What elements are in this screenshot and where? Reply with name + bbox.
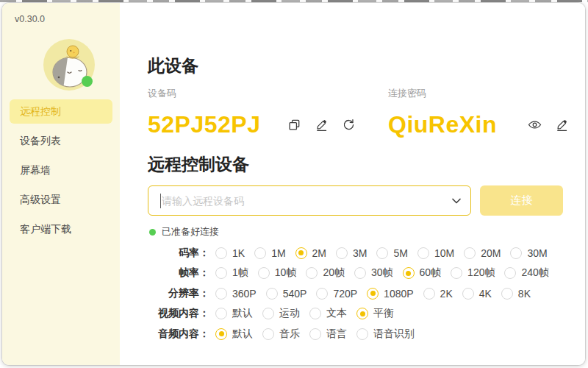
radio-option[interactable]: 2K	[423, 288, 453, 300]
radio-option[interactable]: 1M	[254, 247, 285, 259]
radio-option[interactable]: 540P	[266, 288, 307, 300]
radio-option[interactable]: 默认	[215, 328, 253, 341]
radio-option[interactable]: 1080P	[367, 288, 413, 300]
edit-icon[interactable]	[312, 115, 331, 134]
ready-status-text: 已准备好连接	[162, 225, 219, 238]
radio-option-label: 1080P	[384, 288, 413, 300]
radio-option[interactable]: 60帧	[403, 266, 442, 280]
radio-icon[interactable]	[336, 247, 348, 259]
radio-icon[interactable]	[504, 267, 516, 279]
radio-option[interactable]: 360P	[215, 288, 257, 300]
radio-icon[interactable]	[262, 308, 274, 319]
radio-option[interactable]: 5M	[376, 247, 407, 259]
radio-selected-icon[interactable]	[403, 267, 415, 279]
remote-device-input[interactable]	[148, 186, 470, 215]
radio-icon[interactable]	[215, 288, 227, 300]
refresh-icon[interactable]	[339, 115, 358, 134]
desktop-edge-behind-window	[0, 0, 588, 2]
radio-option-label: 1帧	[232, 266, 248, 280]
sidebar-item[interactable]: 设备列表	[10, 129, 112, 153]
app-window: v0.30.0	[2, 3, 585, 365]
settings-row-label: 帧率：	[148, 266, 209, 280]
radio-icon[interactable]	[423, 288, 435, 300]
radio-icon[interactable]	[266, 288, 278, 300]
radio-icon[interactable]	[262, 328, 274, 340]
radio-option[interactable]: 默认	[215, 307, 253, 320]
radio-option[interactable]: 1帧	[215, 266, 248, 280]
sidebar-item-active[interactable]: 远程控制	[10, 99, 112, 124]
settings-row: 帧率：1帧10帧20帧30帧60帧120帧240帧	[148, 263, 559, 284]
settings-rows: 码率：1K1M2M3M5M10M20M30M帧率：1帧10帧20帧30帧60帧1…	[148, 243, 559, 344]
radio-option-label: 10帧	[275, 266, 297, 280]
radio-option[interactable]: 20帧	[306, 266, 345, 280]
radio-option-label: 20M	[481, 247, 501, 259]
radio-icon[interactable]	[451, 267, 462, 279]
radio-option-label: 8K	[518, 288, 531, 300]
avatar[interactable]	[43, 39, 95, 91]
radio-option-label: 2M	[312, 247, 326, 259]
radio-option-label: 2K	[440, 288, 453, 300]
radio-option[interactable]: 平衡	[356, 307, 394, 320]
radio-icon[interactable]	[501, 288, 513, 300]
radio-option[interactable]: 8K	[501, 288, 531, 300]
radio-option[interactable]: 3M	[336, 247, 367, 259]
radio-option[interactable]: 10M	[417, 247, 454, 259]
connection-status: 已准备好连接	[149, 225, 219, 238]
radio-option[interactable]: 语言	[309, 328, 347, 341]
radio-icon[interactable]	[215, 267, 227, 279]
radio-option[interactable]: 20M	[464, 247, 501, 259]
radio-option[interactable]: 30M	[510, 247, 547, 259]
radio-selected-icon[interactable]	[295, 247, 307, 259]
radio-option[interactable]: 240帧	[504, 266, 548, 280]
radio-option[interactable]: 30帧	[354, 266, 393, 280]
radio-option[interactable]: 10帧	[258, 266, 297, 280]
radio-icon[interactable]	[316, 288, 328, 300]
edit-icon[interactable]	[552, 115, 571, 134]
settings-row-label: 音频内容：	[148, 328, 209, 341]
radio-selected-icon[interactable]	[367, 288, 379, 300]
copy-icon[interactable]	[284, 115, 304, 134]
chevron-down-icon[interactable]	[451, 195, 462, 207]
sidebar-item[interactable]: 屏幕墙	[10, 158, 112, 183]
radio-option-label: 30M	[527, 247, 547, 259]
radio-option[interactable]: 语音识别	[356, 328, 415, 341]
sidebar-item[interactable]: 高级设置	[10, 188, 112, 212]
radio-option-label: 540P	[283, 288, 307, 300]
device-code-row: 52PJ52PJ	[148, 109, 366, 140]
radio-icon[interactable]	[309, 328, 321, 340]
radio-option-label: 5M	[393, 247, 407, 259]
radio-option-label: 20帧	[323, 266, 345, 280]
radio-icon[interactable]	[510, 247, 522, 259]
radio-icon[interactable]	[254, 247, 266, 259]
radio-icon[interactable]	[464, 247, 476, 259]
radio-option[interactable]: 2M	[295, 247, 326, 259]
radio-icon[interactable]	[376, 247, 388, 259]
radio-icon[interactable]	[462, 288, 474, 300]
radio-icon[interactable]	[215, 308, 227, 319]
radio-option[interactable]: 1K	[215, 247, 245, 259]
connect-row: 连接	[148, 185, 563, 216]
radio-icon[interactable]	[306, 267, 318, 279]
connect-button[interactable]: 连接	[480, 185, 563, 216]
radio-option[interactable]: 720P	[316, 288, 357, 300]
settings-row-label: 分辨率：	[148, 287, 209, 300]
radio-option[interactable]: 4K	[462, 288, 492, 300]
radio-selected-icon[interactable]	[215, 328, 227, 340]
radio-icon[interactable]	[354, 267, 366, 279]
settings-row-label: 码率：	[148, 247, 209, 260]
ready-status-dot	[149, 229, 156, 236]
radio-option[interactable]: 120帧	[451, 266, 495, 280]
eye-icon[interactable]	[525, 115, 544, 134]
sidebar-item[interactable]: 客户端下载	[10, 217, 112, 241]
settings-row: 视频内容：默认运动文本平衡	[148, 304, 559, 325]
radio-icon[interactable]	[417, 247, 429, 259]
radio-selected-icon[interactable]	[356, 308, 368, 319]
radio-option[interactable]: 音乐	[262, 328, 300, 341]
radio-icon[interactable]	[215, 247, 227, 259]
radio-option-label: 1M	[271, 247, 285, 259]
radio-icon[interactable]	[258, 267, 270, 279]
radio-option[interactable]: 运动	[262, 307, 300, 320]
radio-option[interactable]: 文本	[309, 307, 347, 320]
radio-icon[interactable]	[309, 308, 321, 319]
radio-icon[interactable]	[356, 328, 368, 340]
